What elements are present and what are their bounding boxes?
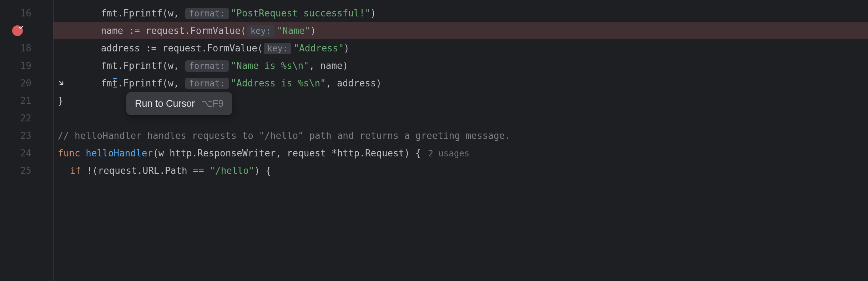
code-comment: // helloHandler handles requests to "/he… bbox=[58, 130, 510, 141]
gutter-row[interactable]: 19 bbox=[0, 57, 53, 74]
code-token: := bbox=[129, 25, 140, 36]
gutter-row[interactable]: 23 bbox=[0, 127, 53, 144]
code-line-current[interactable]: name := request.FormValue(key:"Name") bbox=[54, 22, 868, 39]
code-token: "PostRequest successful!" bbox=[231, 8, 370, 19]
code-token: fmt bbox=[101, 8, 118, 19]
code-token: Fprintf bbox=[123, 8, 162, 19]
code-token: Fprintf bbox=[123, 60, 162, 71]
code-token: (w, bbox=[162, 78, 185, 89]
code-line[interactable]: fmt.Fprintf(w, format:"Name is %s\n", na… bbox=[54, 57, 868, 74]
inlay-hint: key: bbox=[264, 43, 292, 54]
code-token: name bbox=[101, 25, 129, 36]
line-number: 20 bbox=[20, 78, 31, 89]
line-number: 19 bbox=[20, 60, 31, 71]
code-token: ) bbox=[370, 8, 376, 19]
line-number: 16 bbox=[20, 8, 31, 19]
line-number: 25 bbox=[20, 165, 31, 176]
code-token: FormValue bbox=[190, 25, 241, 36]
line-number: 23 bbox=[20, 130, 31, 141]
code-token: ) bbox=[344, 43, 349, 54]
line-number: 18 bbox=[20, 43, 31, 54]
code-line[interactable]: fmt.Fprintf(w, format:"Address is %s\n",… bbox=[54, 74, 868, 92]
gutter-row[interactable]: 21 bbox=[0, 92, 53, 109]
code-token: ) { bbox=[254, 165, 271, 176]
breakpoint-icon[interactable] bbox=[12, 25, 23, 36]
tooltip-shortcut: ⌥F9 bbox=[201, 98, 224, 109]
code-line[interactable]: func helloHandler(w http.ResponseWriter,… bbox=[54, 144, 868, 162]
code-token: , address) bbox=[326, 78, 382, 89]
line-number: 22 bbox=[20, 113, 31, 124]
code-token: request. bbox=[157, 43, 207, 54]
code-token: (w http. bbox=[153, 148, 197, 159]
code-token: "/hello" bbox=[210, 165, 254, 176]
line-number: 21 bbox=[20, 95, 31, 106]
gutter-row[interactable]: 20 bbox=[0, 74, 53, 92]
code-token: ( bbox=[241, 25, 246, 36]
code-token: ) { bbox=[404, 148, 421, 159]
code-token: !(request.URL.Path == bbox=[87, 165, 210, 176]
code-token: Request bbox=[365, 148, 404, 159]
code-token: ResponseWriter bbox=[197, 148, 276, 159]
code-token: address bbox=[101, 43, 146, 54]
gutter-row[interactable]: 22 bbox=[0, 109, 53, 127]
inlay-hint: key: bbox=[247, 25, 275, 37]
code-line[interactable]: address := request.FormValue(key:"Addres… bbox=[54, 39, 868, 57]
code-token: "Name is %s\n" bbox=[231, 60, 309, 71]
code-line[interactable]: fmt.Fprintf(w, format:"PostRequest succe… bbox=[54, 4, 868, 22]
code-line[interactable]: if !(request.URL.Path == "/hello") { bbox=[54, 162, 868, 179]
code-token: "Name" bbox=[277, 25, 310, 36]
line-number: 24 bbox=[20, 148, 31, 159]
code-token: "Address" bbox=[293, 43, 344, 54]
code-line[interactable]: // helloHandler handles requests to "/he… bbox=[54, 127, 868, 144]
run-to-cursor-tooltip: Run to Cursor ⌥F9 bbox=[126, 92, 232, 115]
code-token: if bbox=[70, 165, 87, 176]
code-token: "Address is %s\n" bbox=[231, 78, 326, 89]
gutter-row[interactable]: 16 bbox=[0, 4, 53, 22]
code-token: request. bbox=[140, 25, 190, 36]
code-token: FormValue bbox=[207, 43, 257, 54]
code-token: } bbox=[58, 95, 64, 106]
code-token: helloHandler bbox=[86, 148, 153, 159]
code-token: , name) bbox=[309, 60, 348, 71]
code-token: , request *http. bbox=[276, 148, 365, 159]
code-area[interactable]: fmt.Fprintf(w, format:"PostRequest succe… bbox=[54, 0, 868, 281]
code-token: := bbox=[146, 43, 157, 54]
code-token: ( bbox=[257, 43, 263, 54]
gutter-row[interactable]: 18 bbox=[0, 39, 53, 57]
code-token: (w, bbox=[162, 8, 185, 19]
code-token: (w, bbox=[162, 60, 185, 71]
tooltip-label: Run to Cursor bbox=[135, 98, 195, 109]
code-token: Fprintf bbox=[123, 78, 162, 89]
gutter-row[interactable] bbox=[0, 22, 53, 39]
inlay-hint: format: bbox=[185, 60, 228, 72]
inlay-hint: format: bbox=[185, 8, 228, 19]
code-token: ) bbox=[310, 25, 316, 36]
gutter-row[interactable]: 25 bbox=[0, 162, 53, 179]
code-editor: 16 18 19 20 21 22 23 24 25 fmt.Fprintf(w… bbox=[0, 0, 868, 281]
gutter-row[interactable]: 24 bbox=[0, 144, 53, 162]
usages-hint[interactable]: 2 usages bbox=[428, 149, 470, 159]
inlay-hint: format: bbox=[185, 78, 228, 89]
code-token: func bbox=[58, 148, 86, 159]
gutter: 16 18 19 20 21 22 23 24 25 bbox=[0, 0, 54, 281]
